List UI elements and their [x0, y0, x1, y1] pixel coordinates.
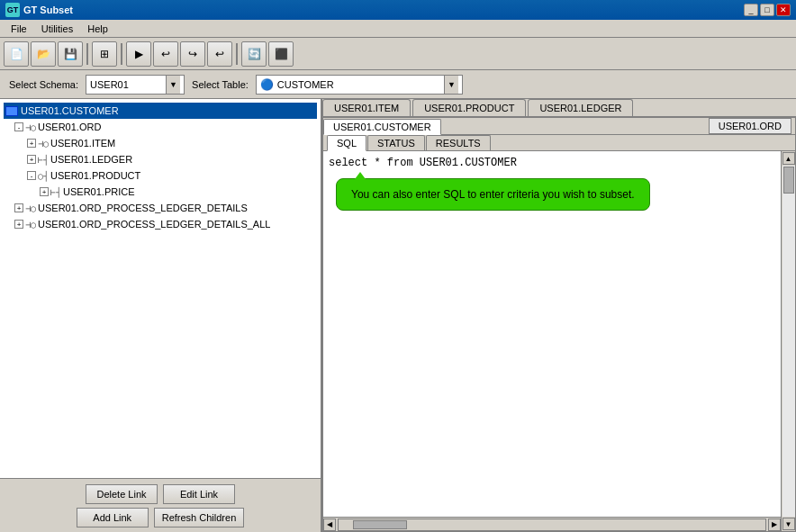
table-arrow[interactable]: ▼: [444, 76, 458, 94]
sql-and-scroll: select * from USER01.CUSTOMER You can al…: [323, 151, 795, 531]
price-label: USER01.PRICE: [63, 186, 134, 197]
tree-node-product[interactable]: - ○┤ USER01.PRODUCT: [4, 167, 317, 184]
table-value: CUSTOMER: [277, 79, 334, 90]
toolbar-refresh[interactable]: ↩: [153, 41, 178, 67]
tree-node-customer[interactable]: USER01.CUSTOMER: [4, 103, 317, 119]
sub-header-ord: USER01.ORD: [709, 118, 791, 134]
customer-label: USER01.CUSTOMER: [21, 105, 119, 116]
minimize-button[interactable]: _: [744, 4, 758, 16]
maximize-button[interactable]: □: [760, 4, 774, 16]
sql-main: select * from USER01.CUSTOMER You can al…: [323, 151, 781, 531]
schema-label: Select Schema:: [9, 79, 78, 90]
right-panel: USER01.ITEM USER01.PRODUCT USER01.LEDGER…: [322, 99, 796, 532]
buttons-row-1: Delete Link Edit Link: [5, 484, 315, 504]
price-expand[interactable]: +: [40, 187, 49, 196]
menu-utilities[interactable]: Utilities: [34, 22, 80, 36]
h-scroll-left[interactable]: ◀: [323, 518, 336, 531]
ord-label: USER01.ORD: [38, 122, 101, 132]
toolbar-back[interactable]: ↪: [180, 41, 205, 67]
tree-node-ledger[interactable]: + ⊢┤ USER01.LEDGER: [4, 151, 317, 167]
sub-tab-left: USER01.CUSTOMER: [323, 119, 442, 134]
schema-arrow[interactable]: ▼: [166, 76, 180, 94]
tabs-row-1: USER01.ITEM USER01.PRODUCT USER01.LEDGER: [322, 99, 796, 117]
tree-node-item[interactable]: + ⊣○ USER01.ITEM: [4, 135, 317, 151]
tree-node-ord-process-ledger-all[interactable]: + ⊣○ USER01.ORD_PROCESS_LEDGER_DETAILS_A…: [4, 216, 317, 232]
table-dropdown[interactable]: 🔵 CUSTOMER ▼: [256, 75, 463, 95]
ord-process-label: USER01.ORD_PROCESS_LEDGER_DETAILS: [38, 203, 248, 213]
title-bar-left: GT GT Subset: [5, 3, 73, 17]
v-scroll-up[interactable]: ▲: [782, 152, 795, 165]
tab-user01-ledger[interactable]: USER01.LEDGER: [528, 99, 633, 116]
v-scrollbar: ▲ ▼: [781, 151, 795, 531]
menu-help[interactable]: Help: [80, 22, 115, 36]
ledger-expand[interactable]: +: [27, 155, 36, 164]
tab-user01-product[interactable]: USER01.PRODUCT: [412, 99, 526, 116]
tooltip-text: You can also enter SQL to enter criteria…: [351, 188, 635, 201]
h-scrollbar[interactable]: [338, 518, 766, 531]
sub-tab-sql[interactable]: SQL: [327, 135, 366, 151]
tree-node-price[interactable]: + ⊢┤ USER01.PRICE: [4, 184, 317, 200]
menu-bar: File Utilities Help: [0, 20, 796, 38]
v-scroll-track[interactable]: [782, 166, 795, 517]
h-scroll-thumb[interactable]: [353, 520, 407, 529]
product-expand[interactable]: -: [27, 171, 36, 180]
sql-content: select * from USER01.CUSTOMER You can al…: [323, 151, 781, 517]
toolbar-open[interactable]: 📂: [31, 41, 56, 67]
sql-query[interactable]: select * from USER01.CUSTOMER: [329, 157, 775, 169]
toolbar-reload[interactable]: 🔄: [241, 41, 267, 67]
toolbar-separator-3: [236, 43, 238, 65]
sub-tabs-area: USER01.CUSTOMER USER01.ORD SQL STATUS RE…: [322, 117, 796, 532]
window-title: GT Subset: [23, 5, 73, 15]
customer-table-icon: [5, 106, 18, 116]
ord-process-all-expand[interactable]: +: [14, 220, 23, 229]
sub-tabs-header: USER01.CUSTOMER USER01.ORD: [323, 118, 795, 135]
toolbar-separator-2: [121, 43, 122, 65]
product-label: USER01.PRODUCT: [50, 170, 140, 181]
window-controls[interactable]: _ □ ✕: [744, 4, 791, 16]
sub-tab-status[interactable]: STATUS: [367, 135, 425, 150]
refresh-children-button[interactable]: Refresh Children: [154, 508, 245, 527]
inner-tabs-row: SQL STATUS RESULTS: [323, 135, 795, 151]
add-link-button[interactable]: Add Link: [77, 508, 149, 527]
item-expand[interactable]: +: [27, 139, 36, 148]
toolbar-run[interactable]: ▶: [126, 41, 151, 67]
buttons-row-2: Add Link Refresh Children: [5, 508, 315, 527]
left-panel-buttons: Delete Link Edit Link Add Link Refresh C…: [0, 478, 321, 532]
tree-node-ord-process-ledger[interactable]: + ⊣○ USER01.ORD_PROCESS_LEDGER_DETAILS: [4, 200, 317, 216]
h-scrollbar-area: ◀ ▶: [323, 517, 781, 531]
table-label: Select Table:: [192, 79, 249, 90]
ledger-label: USER01.LEDGER: [50, 154, 132, 165]
delete-link-button[interactable]: Delete Link: [86, 484, 158, 504]
close-button[interactable]: ✕: [776, 4, 791, 16]
ord-process-all-label: USER01.ORD_PROCESS_LEDGER_DETAILS_ALL: [38, 219, 270, 230]
sub-tab-results[interactable]: RESULTS: [426, 135, 491, 150]
sub-header-customer[interactable]: USER01.CUSTOMER: [323, 119, 441, 135]
toolbar-grid[interactable]: ⊞: [92, 41, 117, 67]
left-panel: USER01.CUSTOMER - ⊣○ USER01.ORD + ⊣○ USE…: [0, 99, 322, 532]
ord-expand[interactable]: -: [14, 122, 23, 131]
menu-file[interactable]: File: [4, 22, 34, 36]
toolbar-forward[interactable]: ↩: [207, 41, 232, 67]
toolbar-separator-1: [86, 43, 88, 65]
v-scroll-thumb[interactable]: [783, 167, 794, 194]
tree-area: USER01.CUSTOMER - ⊣○ USER01.ORD + ⊣○ USE…: [0, 99, 321, 478]
main-area: USER01.CUSTOMER - ⊣○ USER01.ORD + ⊣○ USE…: [0, 99, 796, 532]
ord-process-expand[interactable]: +: [14, 203, 23, 212]
app-icon: GT: [5, 3, 20, 17]
schema-dropdown[interactable]: USER01 ▼: [86, 75, 185, 95]
toolbar-new[interactable]: 📄: [4, 41, 29, 67]
title-bar: GT GT Subset _ □ ✕: [0, 0, 796, 20]
toolbar: 📄 📂 💾 ⊞ ▶ ↩ ↪ ↩ 🔄 ⬛: [0, 38, 796, 70]
edit-link-button[interactable]: Edit Link: [163, 484, 235, 504]
table-icon: 🔵: [260, 78, 274, 91]
v-scroll-down[interactable]: ▼: [782, 518, 795, 530]
selector-bar: Select Schema: USER01 ▼ Select Table: 🔵 …: [0, 70, 796, 99]
schema-value: USER01: [90, 79, 129, 90]
item-label: USER01.ITEM: [50, 138, 115, 149]
toolbar-save[interactable]: 💾: [58, 41, 83, 67]
h-scroll-right[interactable]: ▶: [768, 518, 781, 531]
tooltip-bubble: You can also enter SQL to enter criteria…: [336, 178, 650, 211]
toolbar-upload[interactable]: ⬛: [268, 41, 294, 67]
tab-user01-item[interactable]: USER01.ITEM: [322, 99, 411, 116]
tree-node-ord[interactable]: - ⊣○ USER01.ORD: [4, 119, 317, 135]
